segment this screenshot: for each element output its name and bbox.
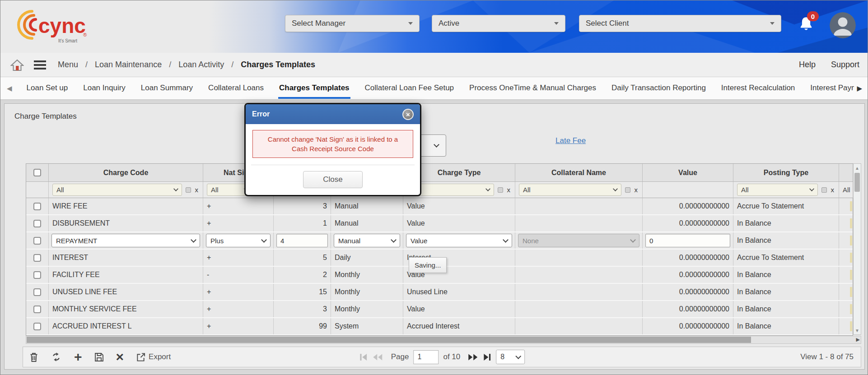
cell-posting-type: In Balance xyxy=(733,232,839,249)
cync-logo-image: cync ® It's Smart xyxy=(13,7,90,45)
notification-badge: 0 xyxy=(807,11,819,21)
cell-charge-order: 1 xyxy=(274,215,331,231)
support-link[interactable]: Support xyxy=(831,60,859,69)
table-row-5[interactable]: UNUSED LINE FEE+15MonthlyUnused Line0.00… xyxy=(26,284,853,301)
cell-collateral-name xyxy=(515,198,643,214)
filter-clear-button[interactable]: x xyxy=(195,186,199,194)
row-checkbox[interactable] xyxy=(33,203,41,210)
charge-order-input[interactable] xyxy=(276,234,328,247)
row-checkbox[interactable] xyxy=(33,237,41,245)
user-avatar[interactable] xyxy=(830,12,856,38)
next-page-button[interactable] xyxy=(467,353,478,361)
filter-select-cut[interactable]: All xyxy=(843,186,850,194)
table-row-0[interactable]: WIRE FEE+3ManualValue0.00000000000Accrue… xyxy=(26,198,853,215)
tab-loan-inquiry[interactable]: Loan Inquiry xyxy=(82,78,126,99)
row-checkbox[interactable] xyxy=(33,323,41,330)
tab-collateral-loan-fee-setup[interactable]: Collateral Loan Fee Setup xyxy=(364,78,455,99)
cell-posting-type: In Balance xyxy=(733,301,839,317)
row-checkbox[interactable] xyxy=(33,271,41,279)
save-button[interactable] xyxy=(94,352,104,362)
cell-charge-order: 99 xyxy=(274,318,331,334)
close-icon[interactable]: × xyxy=(402,109,414,120)
filter-options-icon[interactable] xyxy=(186,187,191,193)
column-header-label: Charge Type xyxy=(438,169,481,177)
menu-hamburger-button[interactable] xyxy=(34,60,46,69)
page-title: Charge Templates xyxy=(14,112,77,121)
scroll-up-button[interactable]: ▲ xyxy=(854,164,861,172)
frequency-select[interactable]: Manual xyxy=(334,234,400,247)
filter-clear-button[interactable]: x xyxy=(831,186,835,194)
breadcrumb-item-0[interactable]: Menu xyxy=(58,60,78,69)
last-page-button[interactable] xyxy=(483,353,491,361)
filter-options-icon[interactable] xyxy=(625,187,630,193)
tab-daily-transaction-reporting[interactable]: Daily Transaction Reporting xyxy=(611,78,707,99)
filter-select-posting_type[interactable]: All xyxy=(737,184,818,196)
value-input[interactable] xyxy=(645,234,730,247)
cell-nat-sign: + xyxy=(203,284,274,300)
cell-posting-type: In Balance xyxy=(733,318,839,334)
charge-type-select[interactable]: Value xyxy=(406,234,512,247)
row-checkbox[interactable] xyxy=(33,220,41,227)
page-number-input[interactable] xyxy=(413,350,439,364)
charge-code-select[interactable]: REPAYMENT xyxy=(51,234,200,247)
filter-cell-overflow: All xyxy=(839,182,853,198)
table-row-2[interactable]: REPAYMENTPlusManualValueNoneIn Balance xyxy=(26,232,853,250)
refresh-button[interactable] xyxy=(51,352,62,362)
logo-text: cync xyxy=(38,14,86,37)
tab-interest-recalculation[interactable]: Interest Recalculation xyxy=(720,78,796,99)
tab-interest-payme[interactable]: Interest Payme xyxy=(809,78,854,99)
filter-select-charge_code[interactable]: All xyxy=(52,184,182,196)
table-row-7[interactable]: ACCRUED INTEREST L+99SystemAccrued Inter… xyxy=(26,318,853,335)
table-row-6[interactable]: MONTHLY SERVICE FEE+3MonthlyValue0.00000… xyxy=(26,301,853,318)
previous-page-button[interactable] xyxy=(372,353,383,361)
tab-loan-set-up[interactable]: Loan Set up xyxy=(26,78,69,99)
row-checkbox[interactable] xyxy=(33,254,41,262)
manager-select[interactable]: Select Manager xyxy=(285,15,420,32)
cell-collateral-name xyxy=(515,267,643,283)
filter-options-icon[interactable] xyxy=(498,187,503,193)
breadcrumb-item-1[interactable]: Loan Maintenance xyxy=(95,60,162,69)
filter-options-icon[interactable] xyxy=(821,187,827,193)
cancel-button[interactable]: × xyxy=(116,352,124,362)
notifications-bell-button[interactable]: 0 xyxy=(799,16,814,34)
filter-cell-charge_code: Allx xyxy=(49,182,203,198)
horizontal-scrollbar[interactable]: ▶ xyxy=(26,336,861,344)
cell-frequency: Monthly xyxy=(331,284,403,300)
row-checkbox[interactable] xyxy=(33,288,41,296)
late-fee-link[interactable]: Late Fee xyxy=(555,136,586,145)
cell-nat-sign: - xyxy=(203,267,274,283)
horizontal-scroll-thumb[interactable] xyxy=(27,337,751,343)
tab-process-onetime-manual-charges[interactable]: Process OneTime & Manual Charges xyxy=(468,78,597,99)
filter-select-collateral_name[interactable]: All xyxy=(519,184,621,196)
page-size-select[interactable]: 8 xyxy=(496,350,525,364)
delete-button[interactable] xyxy=(29,352,38,362)
table-filter-row: AllxAllxAllxAllxAllxAllxAllxAll xyxy=(26,182,853,198)
vertical-scroll-thumb[interactable] xyxy=(854,173,860,192)
cell-charge-order: 2 xyxy=(274,267,331,283)
export-button[interactable]: Export xyxy=(136,352,171,362)
nat-sign-select[interactable]: Plus xyxy=(206,234,271,247)
first-page-button[interactable] xyxy=(359,353,368,361)
tab-loan-summary[interactable]: Loan Summary xyxy=(140,78,194,99)
home-button[interactable] xyxy=(10,59,24,71)
select-all-checkbox[interactable] xyxy=(33,169,41,176)
cell-posting-type: Accrue To Statement xyxy=(733,250,839,266)
client-select[interactable]: Select Client xyxy=(579,15,781,32)
close-button[interactable]: Close xyxy=(303,171,363,188)
tab-collateral-loans[interactable]: Collateral Loans xyxy=(207,78,265,99)
help-link[interactable]: Help xyxy=(799,60,816,69)
row-checkbox[interactable] xyxy=(33,306,41,313)
status-select[interactable]: Active xyxy=(432,15,565,32)
tab-charges-templates[interactable]: Charges Templates xyxy=(278,78,350,99)
tabs-scroll-right-button[interactable]: ▶ xyxy=(854,84,865,93)
vertical-scrollbar[interactable]: ▲ ▼ xyxy=(853,163,861,335)
cell-collateral-name xyxy=(515,318,643,334)
table-row-1[interactable]: DISBURSEMENT+1ManualValue0.00000000000In… xyxy=(26,215,853,232)
filter-clear-button[interactable]: x xyxy=(507,186,511,194)
scroll-right-button[interactable]: ▶ xyxy=(856,337,860,343)
tabs-scroll-left-button[interactable]: ◀ xyxy=(4,84,15,93)
breadcrumb-item-2[interactable]: Loan Activity xyxy=(178,60,224,69)
scroll-down-button[interactable]: ▼ xyxy=(854,326,861,334)
add-row-button[interactable]: + xyxy=(74,352,82,362)
filter-clear-button[interactable]: x xyxy=(635,186,638,194)
